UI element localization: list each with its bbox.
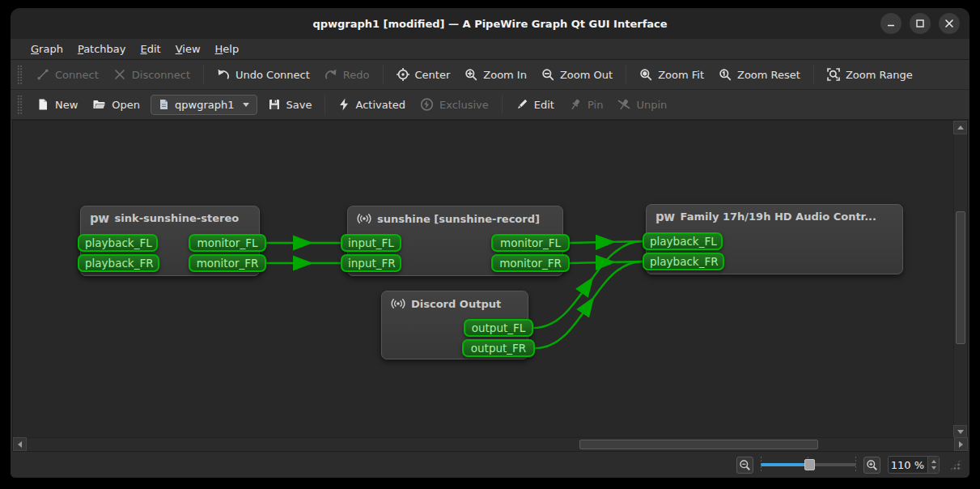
pin-button[interactable]: Pin (562, 94, 610, 115)
audio-port-output[interactable]: output_FL (464, 319, 533, 337)
open-folder-icon (92, 98, 106, 111)
undo-icon (217, 68, 230, 81)
patchbay-file-icon (159, 99, 169, 110)
zoom-range-button[interactable]: Zoom Range (820, 64, 920, 85)
exclusive-button[interactable]: Exclusive (413, 94, 496, 115)
slider-handle[interactable] (804, 459, 815, 470)
zoom-in-icon (465, 68, 477, 81)
menu-graph[interactable]: Graph (23, 40, 70, 57)
scroll-left-button[interactable] (13, 437, 27, 451)
toolbar-grip[interactable] (17, 65, 23, 84)
minimize-button[interactable] (880, 13, 902, 34)
toolbar-separator (383, 65, 384, 84)
audio-port-input[interactable]: playback_FL (78, 234, 158, 252)
audio-port-output[interactable]: monitor_FR (189, 254, 266, 272)
node-title: Family 17h/19h HD Audio Contr... (681, 210, 876, 223)
connect-button[interactable]: Connect (29, 64, 106, 85)
menu-patchbay[interactable]: Patchbay (70, 40, 134, 57)
center-label: Center (415, 69, 451, 81)
audio-port-input[interactable]: playback_FL (643, 232, 723, 250)
audio-port-output[interactable]: monitor_FL (189, 234, 266, 252)
spin-down-icon[interactable] (931, 466, 936, 470)
audio-port-input[interactable]: input_FL (341, 234, 401, 252)
horizontal-scroll-thumb[interactable] (579, 440, 818, 449)
audio-port-input[interactable]: input_FR (341, 254, 401, 272)
exclusive-bolt-icon (420, 98, 434, 111)
status-zoom-in-button[interactable] (863, 457, 880, 474)
spin-up-icon[interactable] (931, 460, 936, 463)
zoom-fit-button[interactable]: Zoom Fit (632, 64, 711, 85)
audio-port-input[interactable]: playback_FR (643, 253, 724, 270)
activated-bolt-icon (338, 98, 350, 111)
status-zoom-out-button[interactable] (736, 457, 753, 474)
unpin-button[interactable]: Unpin (610, 94, 674, 115)
stream-icon (357, 212, 371, 225)
spinbox-arrows[interactable] (927, 457, 939, 473)
audio-port-input[interactable]: playback_FR (78, 254, 159, 272)
zoom-fit-label: Zoom Fit (658, 69, 704, 81)
open-button[interactable]: Open (85, 94, 147, 115)
patch-connect-icon (36, 68, 49, 81)
patchbay-selector[interactable]: qpwgraph1 (151, 95, 257, 115)
triangle-right-icon (959, 441, 963, 448)
zoom-percent-spinbox[interactable]: 110 % (888, 456, 940, 474)
audio-port-output[interactable]: monitor_FR (491, 254, 570, 272)
save-icon (268, 98, 281, 111)
patchbay-selector-value: qpwgraph1 (175, 99, 234, 111)
open-label: Open (112, 99, 140, 111)
toolbar-grip[interactable] (17, 95, 23, 114)
window-resize-grip[interactable] (949, 459, 961, 471)
graph-canvas[interactable]: pw sink-sunshine-stereo playback_FL play… (12, 120, 968, 452)
redo-button[interactable]: Redo (317, 64, 377, 85)
zoom-reset-button[interactable]: Zoom Reset (711, 64, 808, 85)
zoom-slider[interactable] (761, 457, 856, 473)
unpin-label: Unpin (636, 99, 667, 111)
zoom-percent-value: 110 % (889, 459, 927, 471)
close-button[interactable] (939, 13, 960, 34)
slider-fill (761, 463, 809, 466)
save-button[interactable]: Save (261, 94, 320, 115)
disconnect-button[interactable]: Disconnect (106, 64, 197, 85)
zoom-range-icon (827, 68, 840, 81)
zoom-in-button[interactable]: Zoom In (457, 64, 534, 85)
maximize-button[interactable] (910, 13, 931, 34)
zoom-out-button[interactable]: Zoom Out (534, 64, 620, 85)
toolbar-separator (813, 65, 814, 84)
link-sunshine-to-family-fr (570, 262, 643, 263)
toolbar-separator (502, 95, 503, 114)
menu-edit[interactable]: Edit (134, 40, 168, 57)
title-bar: qpwgraph1 [modified] — A PipeWire Graph … (11, 8, 969, 39)
link-sunshine-to-family-fl (570, 241, 643, 243)
scroll-right-button[interactable] (954, 437, 968, 451)
zoom-out-icon (541, 68, 554, 81)
menu-help[interactable]: Help (208, 40, 247, 57)
new-button[interactable]: New (29, 94, 85, 115)
toolbar-separator (325, 95, 325, 114)
activated-label: Activated (355, 99, 405, 111)
unpin-icon (617, 98, 630, 111)
pin-label: Pin (588, 99, 603, 111)
audio-port-output[interactable]: output_FR (462, 339, 535, 357)
vertical-scroll-thumb[interactable] (956, 211, 965, 344)
exclusive-label: Exclusive (439, 99, 489, 111)
activated-button[interactable]: Activated (331, 94, 413, 115)
zoom-fit-icon (639, 68, 652, 81)
chevron-down-icon (243, 103, 249, 107)
zoom-out-label: Zoom Out (560, 69, 613, 81)
triangle-left-icon (18, 441, 22, 448)
center-button[interactable]: Center (389, 64, 458, 85)
patchbay-toolbar: New Open qpwgraph1 Save (11, 90, 969, 120)
pipewire-icon: pw (655, 212, 675, 222)
undo-connect-button[interactable]: Undo Connect (210, 64, 317, 85)
horizontal-scrollbar[interactable] (13, 437, 969, 451)
edit-button[interactable]: Edit (508, 94, 562, 115)
scroll-up-button[interactable] (953, 121, 967, 134)
zoom-in-label: Zoom In (483, 69, 527, 81)
node-title: Discord Output (411, 298, 501, 310)
menu-view[interactable]: View (168, 40, 208, 57)
audio-port-output[interactable]: monitor_FL (491, 234, 570, 252)
node-title: sink-sunshine-stereo (115, 212, 240, 224)
vertical-scrollbar[interactable] (953, 121, 967, 439)
pipewire-icon: pw (90, 214, 109, 223)
status-bar: 110 % (11, 452, 969, 478)
